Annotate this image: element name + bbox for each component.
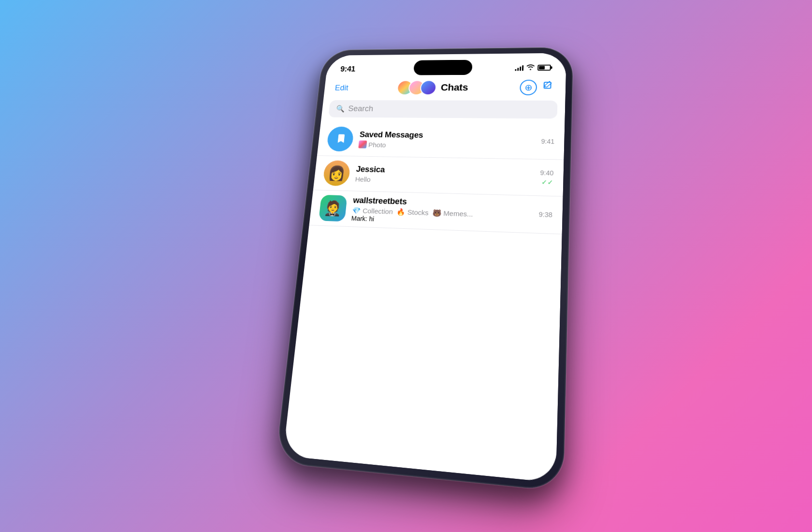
wsb-content: wallstreetbets 💎 Collection 🔥 Stocks 🐻 M… [351, 196, 532, 228]
battery-icon [537, 65, 551, 71]
bottom-fade [283, 394, 557, 483]
saved-messages-time: 9:41 [541, 138, 554, 145]
new-group-button[interactable]: ⊕ [520, 80, 537, 95]
header-actions: ⊕ [520, 80, 554, 95]
chat-item-wallstreetbets[interactable]: 🤵 wallstreetbets 💎 Collection 🔥 Stocks 🐻… [309, 190, 563, 234]
search-placeholder: Search [348, 104, 374, 113]
chat-item-saved-messages[interactable]: Saved Messages Photo 9:41 [317, 122, 565, 160]
saved-messages-name: Saved Messages [359, 130, 535, 141]
header-center: Chats [396, 80, 468, 95]
wifi-icon [526, 64, 535, 72]
status-time: 9:41 [340, 65, 356, 74]
plus-circle-icon: ⊕ [524, 82, 532, 92]
status-icons [515, 64, 551, 71]
jessica-avatar: 👩 [322, 160, 351, 186]
chats-title: Chats [440, 82, 468, 93]
chat-list: Saved Messages Photo 9:41 👩 [309, 122, 565, 235]
phone-mockup: 9:41 [276, 47, 573, 491]
saved-messages-preview: Photo [358, 140, 534, 150]
avatar-3 [420, 80, 437, 95]
saved-messages-content: Saved Messages Photo [358, 130, 535, 150]
dynamic-island [413, 60, 473, 75]
phone-screen: 9:41 [283, 53, 566, 483]
search-icon: 🔍 [336, 105, 346, 113]
edit-button[interactable]: Edit [334, 84, 348, 92]
photo-thumbnail-icon [358, 140, 367, 148]
contacts-avatar-stack [396, 80, 437, 95]
saved-messages-meta: 9:41 [541, 138, 554, 145]
chat-item-jessica[interactable]: 👩 Jessica Hello 9:40 ✓✓ [313, 156, 564, 196]
jessica-content: Jessica Hello [355, 164, 533, 187]
saved-messages-avatar [326, 127, 354, 152]
wsb-avatar: 🤵 [319, 195, 347, 222]
